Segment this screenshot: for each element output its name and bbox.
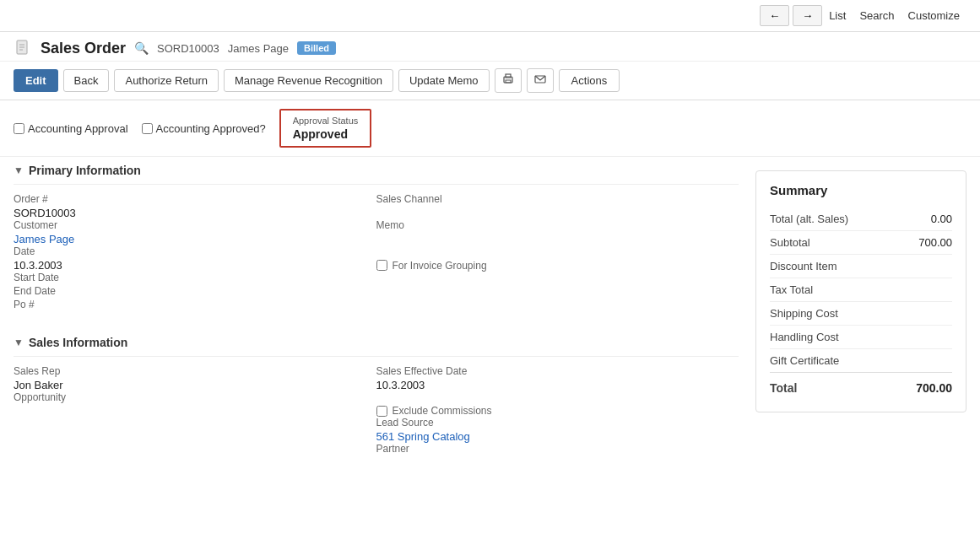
lead-source-label: Lead Source — [376, 417, 739, 429]
partner-field: Partner — [376, 443, 739, 456]
sales-info-header[interactable]: ▼ Sales Information — [14, 329, 739, 357]
primary-information-section: ▼ Primary Information Order # SORD10003 … — [14, 157, 739, 312]
po-number-field: Po # — [14, 299, 376, 312]
order-number-label: Order # — [14, 193, 376, 205]
toolbar: Edit Back Authorize Return Manage Revenu… — [0, 62, 980, 100]
memo-label: Memo — [376, 219, 739, 231]
page-title: Sales Order — [41, 40, 126, 57]
exclude-commissions-field: Exclude Commissions — [376, 391, 739, 417]
back-button[interactable]: Back — [63, 69, 110, 92]
edit-button[interactable]: Edit — [14, 69, 58, 92]
end-date-label: End Date — [14, 285, 376, 297]
customer-name: James Page — [228, 42, 289, 55]
list-button[interactable]: List — [822, 6, 853, 25]
summary-row-label: Gift Certificate — [770, 354, 839, 367]
sales-rep-label: Sales Rep — [14, 365, 376, 377]
partner-label: Partner — [376, 443, 739, 455]
for-invoice-grouping-checkbox[interactable] — [376, 260, 387, 271]
customer-field: Customer James Page — [14, 219, 376, 245]
exclude-commissions-checkbox[interactable] — [376, 406, 387, 417]
customer-label: Customer — [14, 219, 376, 231]
date-label: Date — [14, 245, 376, 257]
summary-row: Total (alt. Sales) 0.00 — [770, 208, 952, 231]
search-icon[interactable]: 🔍 — [134, 41, 149, 55]
accounting-approved2-label: Accounting Approved? — [156, 122, 266, 135]
actions-button[interactable]: Actions — [559, 69, 620, 92]
summary-row: Handling Cost — [770, 326, 952, 349]
summary-row-label: Discount Item — [770, 260, 837, 272]
summary-row-label: Tax Total — [770, 283, 813, 296]
svg-rect-5 — [506, 74, 511, 78]
sales-channel-field: Sales Channel — [376, 193, 739, 219]
sales-channel-label: Sales Channel — [376, 193, 739, 205]
sales-effective-date-value: 10.3.2003 — [376, 379, 739, 391]
chevron-down-icon: ▼ — [14, 164, 24, 176]
status-badge: Billed — [297, 41, 336, 55]
summary-box: Summary Total (alt. Sales) 0.00 Subtotal… — [755, 170, 966, 412]
accounting-approved2-checkbox-label[interactable]: Accounting Approved? — [142, 122, 266, 135]
summary-row-value: 700.00 — [918, 236, 952, 249]
approval-status-value: Approved — [293, 127, 359, 141]
start-date-field: Start Date — [14, 272, 376, 285]
manage-revenue-button[interactable]: Manage Revenue Recognition — [224, 69, 393, 92]
sales-effective-date-label: Sales Effective Date — [376, 365, 739, 377]
search-button[interactable]: Search — [853, 6, 901, 25]
primary-info-header[interactable]: ▼ Primary Information — [14, 157, 739, 185]
summary-row: Tax Total — [770, 278, 952, 302]
sales-rep-field: Sales Rep Jon Baker — [14, 365, 376, 391]
sales-info-title: Sales Information — [29, 336, 127, 349]
summary-row: Gift Certificate — [770, 349, 952, 372]
next-button[interactable]: → — [793, 5, 822, 26]
order-number-value: SORD10003 — [14, 207, 376, 219]
print-button[interactable] — [495, 68, 522, 93]
summary-row-label: Total (alt. Sales) — [770, 213, 848, 225]
document-icon — [14, 39, 32, 57]
main-content: ▼ Primary Information Order # SORD10003 … — [14, 157, 739, 473]
page-header: Sales Order 🔍 SORD10003 James Page Bille… — [0, 32, 980, 62]
nav-arrows: ← → — [760, 5, 822, 26]
prev-button[interactable]: ← — [760, 5, 789, 26]
order-number-field: Order # SORD10003 — [14, 193, 376, 219]
primary-info-fields: Order # SORD10003 Sales Channel Customer… — [14, 185, 739, 312]
for-invoice-grouping-label: For Invoice Grouping — [393, 260, 487, 272]
summary-row-value: 0.00 — [931, 213, 952, 225]
accounting-approval-checkbox[interactable] — [14, 123, 24, 134]
start-date-label: Start Date — [14, 272, 376, 283]
opportunity-label: Opportunity — [14, 391, 376, 403]
chevron-down-icon-sales: ▼ — [14, 337, 24, 348]
lead-source-field: Lead Source 561 Spring Catalog — [376, 417, 739, 443]
total-value: 700.00 — [916, 381, 952, 395]
approval-status-box: Approval Status Approved — [279, 109, 372, 148]
email-button[interactable] — [527, 68, 554, 93]
date-value: 10.3.2003 — [14, 259, 376, 272]
end-date-field: End Date — [14, 285, 376, 299]
po-number-label: Po # — [14, 299, 376, 310]
content-area: ▼ Primary Information Order # SORD10003 … — [0, 157, 980, 473]
update-memo-button[interactable]: Update Memo — [398, 69, 490, 92]
summary-row: Discount Item — [770, 255, 952, 278]
svg-rect-6 — [506, 80, 511, 83]
summary-row-label: Subtotal — [770, 236, 810, 249]
summary-row: Shipping Cost — [770, 302, 952, 326]
summary-row-label: Shipping Cost — [770, 307, 838, 320]
accounting-approval-checkbox-label[interactable]: Accounting Approval — [14, 122, 128, 135]
accounting-approval-label: Accounting Approval — [28, 122, 128, 135]
summary-total-row: Total 700.00 — [770, 372, 952, 400]
top-navigation: ← → List Search Customize — [0, 0, 980, 32]
summary-rows: Total (alt. Sales) 0.00 Subtotal 700.00 … — [770, 208, 952, 372]
primary-info-title: Primary Information — [29, 164, 141, 177]
exclude-commissions-label: Exclude Commissions — [393, 405, 492, 417]
memo-field: Memo — [376, 219, 739, 245]
summary-row-label: Handling Cost — [770, 331, 839, 343]
approval-status-title: Approval Status — [293, 116, 359, 126]
accounting-approved2-checkbox[interactable] — [142, 123, 153, 134]
customize-button[interactable]: Customize — [901, 6, 966, 25]
sales-effective-date-field: Sales Effective Date 10.3.2003 — [376, 365, 739, 391]
lead-source-value[interactable]: 561 Spring Catalog — [376, 430, 470, 443]
sales-rep-value: Jon Baker — [14, 379, 376, 391]
date-field: Date 10.3.2003 — [14, 245, 376, 272]
sales-info-fields: Sales Rep Jon Baker Sales Effective Date… — [14, 357, 739, 456]
authorize-return-button[interactable]: Authorize Return — [114, 69, 219, 92]
for-invoice-grouping-field: For Invoice Grouping — [376, 245, 739, 272]
customer-value[interactable]: James Page — [14, 233, 74, 245]
